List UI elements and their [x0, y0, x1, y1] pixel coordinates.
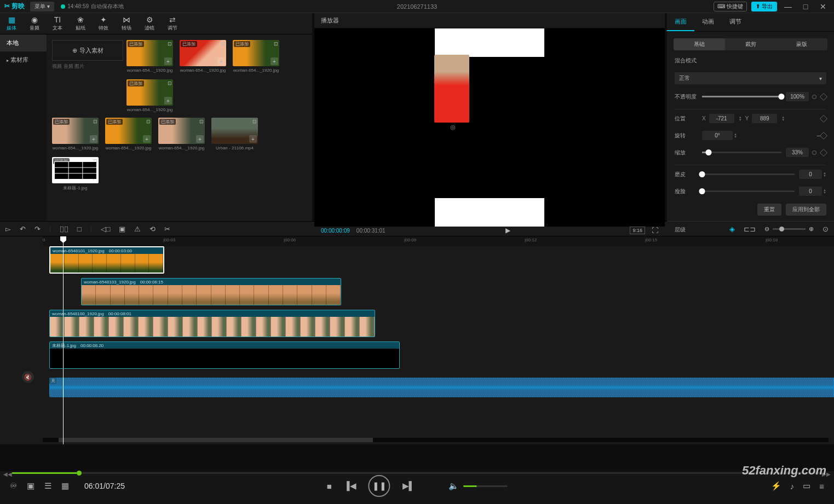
- minimize-button[interactable]: —: [781, 2, 795, 11]
- maximize-button[interactable]: □: [799, 2, 812, 11]
- media-item[interactable]: 已添加⊡+woman-654..._1920.jpg: [126, 79, 173, 112]
- smoothing-slider[interactable]: [702, 173, 795, 175]
- scale-value[interactable]: 33%: [786, 148, 809, 157]
- add-to-timeline-button[interactable]: +: [90, 135, 97, 143]
- timeline-clip[interactable]: woman-6548100_1920.jpg00:00:08:01: [49, 310, 375, 337]
- close-button[interactable]: ✕: [816, 2, 830, 11]
- timeline-tracks[interactable]: woman-6548101_1920.jpg00:00:03:00woman-6…: [43, 246, 834, 257]
- mirror-button[interactable]: ⚠: [134, 225, 141, 233]
- select-tool[interactable]: ▻: [5, 225, 11, 233]
- redo-button[interactable]: ↷: [34, 225, 41, 233]
- rotation-input[interactable]: 0°: [702, 131, 733, 140]
- ribbon-tab[interactable]: TI文本: [46, 13, 69, 34]
- audio-clip[interactable]: 克: [49, 378, 834, 397]
- sidebar-tab[interactable]: 本地: [0, 34, 47, 51]
- ribbon-tab[interactable]: ✦特效: [92, 13, 115, 34]
- link-icon[interactable]: [812, 150, 816, 155]
- aspect-ratio-button[interactable]: 9:16: [630, 227, 645, 234]
- track-mute-button[interactable]: 🔇: [22, 371, 34, 383]
- crop-button[interactable]: ▣: [119, 225, 125, 233]
- media-item[interactable]: 已添加⊡+未标题-1.jpg: [52, 157, 99, 191]
- ribbon-tab[interactable]: ▦媒体: [0, 13, 23, 34]
- props-subtab[interactable]: 裁剪: [725, 38, 777, 50]
- export-button[interactable]: ⬆ 导出: [751, 2, 777, 11]
- add-to-timeline-button[interactable]: +: [164, 97, 172, 105]
- apply-all-button[interactable]: 应用到全部: [786, 204, 826, 216]
- add-to-timeline-button[interactable]: +: [90, 175, 97, 182]
- ribbon-tab[interactable]: ⚙滤镜: [138, 13, 161, 34]
- timeline-clip[interactable]: 未标题-1.jpg00:00:08.20: [49, 341, 400, 369]
- zoom-out-icon[interactable]: ⊖: [764, 225, 769, 233]
- screenshot-button[interactable]: ▣: [27, 481, 34, 491]
- opacity-value[interactable]: 100%: [786, 92, 809, 101]
- delete-button[interactable]: □: [77, 225, 82, 233]
- keyframe-icon[interactable]: [820, 114, 827, 122]
- blend-mode-select[interactable]: 正常▾: [675, 72, 826, 84]
- progress-bar[interactable]: [12, 472, 822, 474]
- loop-button[interactable]: ♾: [10, 481, 17, 491]
- timeline-ruler[interactable]: 0|00:03|00:06|00:09|00:12|00:15|00:18: [43, 236, 834, 246]
- media-item[interactable]: ⊡+Urban - 21106.mp4: [211, 118, 258, 150]
- undo-button[interactable]: ↶: [20, 225, 26, 233]
- speed-icon[interactable]: ⚡: [771, 481, 781, 491]
- timeline[interactable]: 🔇 0|00:03|00:06|00:09|00:12|00:15|00:18 …: [0, 236, 834, 444]
- pause-button[interactable]: ❚❚: [369, 475, 390, 497]
- media-item[interactable]: 已添加⊡+woman-654..._1920.jpg: [180, 40, 226, 73]
- fullscreen-button[interactable]: ⛶: [652, 227, 658, 234]
- timeline-zoom[interactable]: ⊖ ⊕: [764, 225, 814, 233]
- zoom-in-icon[interactable]: ⊕: [809, 225, 814, 233]
- props-subtab[interactable]: 蒙版: [776, 38, 827, 50]
- timeline-clip[interactable]: woman-6548101_1920.jpg00:00:03:00: [49, 246, 164, 274]
- position-x-input[interactable]: -721: [709, 114, 734, 123]
- playhead[interactable]: [63, 236, 64, 444]
- smoothing-value[interactable]: 0: [799, 170, 822, 179]
- media-item[interactable]: 已添加⊡+woman-654..._1920.jpg: [52, 118, 99, 150]
- ribbon-tab[interactable]: ⇄调节: [161, 13, 184, 34]
- prev-button[interactable]: ▐◀: [344, 481, 356, 491]
- media-item[interactable]: 已添加⊡+woman-654..._1920.jpg: [233, 40, 279, 73]
- timeline-scrollbar[interactable]: [43, 438, 829, 442]
- slimface-value[interactable]: 0: [799, 187, 822, 196]
- link-icon[interactable]: [812, 95, 816, 99]
- settings-icon[interactable]: ≡: [819, 482, 824, 491]
- grid-button[interactable]: ▦: [61, 481, 69, 491]
- next-button[interactable]: ▶▌: [402, 481, 415, 491]
- volume-slider[interactable]: [463, 485, 507, 487]
- add-to-timeline-button[interactable]: +: [271, 57, 278, 65]
- scale-slider[interactable]: [702, 152, 781, 153]
- zoom-fit-button[interactable]: ⊙: [823, 225, 829, 233]
- pip-icon[interactable]: ▭: [803, 481, 810, 491]
- media-item[interactable]: 已添加⊡+woman-654..._1920.jpg: [126, 40, 173, 73]
- seek-fwd-icon[interactable]: ▶▶: [822, 471, 831, 477]
- props-tab[interactable]: 画面: [667, 13, 694, 31]
- props-subtab[interactable]: 基础: [674, 38, 725, 50]
- ribbon-tab[interactable]: ⋈转场: [115, 13, 138, 34]
- split-button[interactable]: ⌷⌷: [60, 225, 68, 233]
- keyframe-icon[interactable]: [820, 131, 827, 139]
- rotate-button[interactable]: ⟲: [149, 225, 156, 233]
- seek-back-icon[interactable]: ◀◀: [3, 471, 12, 477]
- add-to-timeline-button[interactable]: +: [164, 57, 172, 65]
- import-media-button[interactable]: ⊕ 导入素材: [52, 40, 123, 61]
- position-y-input[interactable]: 889: [752, 114, 777, 123]
- play-button[interactable]: ▶: [505, 227, 510, 234]
- media-item[interactable]: 已添加⊡+woman-654..._1920.jpg: [158, 118, 205, 150]
- speed-button[interactable]: ◁□: [101, 225, 111, 233]
- link-toggle[interactable]: ⊏⊐: [744, 225, 756, 233]
- preview-viewport[interactable]: ◎: [314, 28, 665, 227]
- crop2-button[interactable]: ✂: [164, 225, 170, 233]
- timeline-clip[interactable]: woman-6548103_1920.jpg00:00:06:15: [81, 278, 341, 305]
- reset-button[interactable]: 重置: [757, 204, 781, 216]
- shortcuts-button[interactable]: ⌨ 快捷键: [714, 2, 747, 11]
- add-to-timeline-button[interactable]: +: [196, 135, 204, 143]
- audio-icon[interactable]: ♪: [790, 482, 795, 491]
- add-to-timeline-button[interactable]: +: [249, 135, 257, 143]
- add-to-timeline-button[interactable]: +: [143, 135, 151, 143]
- volume-icon[interactable]: 🔈: [448, 481, 459, 491]
- snap-toggle[interactable]: ◈: [729, 225, 735, 233]
- opacity-slider[interactable]: [702, 96, 781, 97]
- selected-clip-overlay[interactable]: [434, 55, 469, 123]
- props-tab[interactable]: 动画: [694, 13, 722, 31]
- keyframe-icon[interactable]: [820, 92, 827, 100]
- main-menu-button[interactable]: 菜单 ▾: [30, 2, 54, 11]
